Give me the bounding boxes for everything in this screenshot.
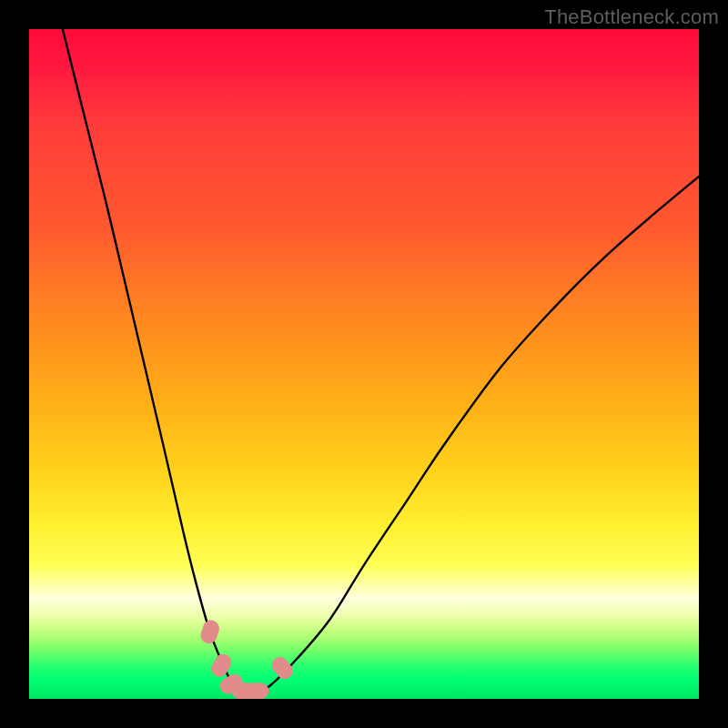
svg-rect-0 — [198, 618, 221, 645]
chart-frame: TheBottleneck.com — [0, 0, 728, 728]
fit-marker — [198, 618, 221, 645]
svg-rect-5 — [268, 653, 297, 682]
marker-layer — [29, 29, 699, 699]
plot-area — [29, 29, 699, 699]
fit-marker — [245, 682, 268, 699]
watermark-text: TheBottleneck.com — [544, 5, 719, 29]
svg-rect-4 — [245, 682, 268, 699]
fit-marker — [268, 653, 297, 682]
